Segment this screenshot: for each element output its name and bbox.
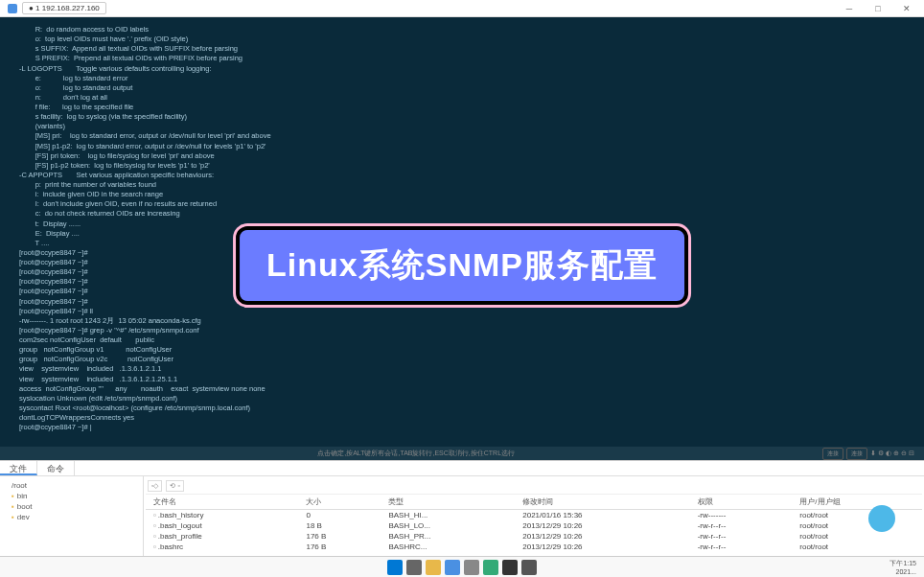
terminal-line: group notConfigGroup v2c notConfigUser xyxy=(19,355,905,364)
column-header[interactable]: 类型 xyxy=(381,495,515,510)
terminal-line: R: do random access to OID labels xyxy=(19,25,905,35)
tab-commands[interactable]: 命令 xyxy=(37,461,75,475)
terminal-line: dontLogTCPWrappersConnects yes xyxy=(19,413,905,423)
terminal-line: o: top level OIDs must have '.' prefix (… xyxy=(19,35,905,44)
terminal-line: c: do not check returned OIDs are increa… xyxy=(19,209,905,219)
terminal-line: view systemview included .1.3.6.1.2.1.25… xyxy=(19,375,905,384)
window-titlebar: ● 1 192.168.227.160 ─ □ ✕ xyxy=(0,0,924,17)
terminal-line: view systemview included .1.3.6.1.2.1.1 xyxy=(19,364,905,374)
table-row[interactable]: ▫.bash_history0BASH_HI...2021/01/16 15:3… xyxy=(146,510,922,521)
minimize-button[interactable]: ─ xyxy=(840,4,859,13)
terminal-line: [root@ccype8847 ~]# grep -v "^#" /etc/sn… xyxy=(19,326,905,335)
terminal-line: o: log to standard output xyxy=(19,83,905,93)
terminal-line: S PREFIX: Prepend all textual OIDs with … xyxy=(19,54,905,63)
task-icon[interactable] xyxy=(521,560,537,575)
folder-icon: ▪ xyxy=(12,502,14,511)
windows-taskbar[interactable]: 下午1:15 2021... xyxy=(0,556,924,577)
tree-item[interactable]: ▪ bin xyxy=(4,491,139,501)
session-tab[interactable]: ● 1 192.168.227.160 xyxy=(22,2,106,14)
task-icon[interactable] xyxy=(406,560,422,575)
terminal-line: [FS] pri token: log to file/syslog for l… xyxy=(19,151,905,161)
terminal-line: s SUFFIX: Append all textual OIDs with S… xyxy=(19,44,905,54)
column-header[interactable]: 用户/用户组 xyxy=(792,495,922,510)
file-icon: ▫ xyxy=(153,532,156,541)
terminal-line: -rw-------. 1 root root 1243 2月 13 05:02… xyxy=(19,316,905,326)
terminal-line: [MS] p1-p2: log to standard error, outpu… xyxy=(19,142,905,151)
terminal-line: [root@ccype8847 ~]# | xyxy=(19,423,905,432)
system-clock[interactable]: 下午1:15 2021... xyxy=(889,559,916,575)
terminal-line: [root@ccype8847 ~]# ll xyxy=(19,307,905,316)
column-header[interactable]: 文件名 xyxy=(146,495,298,510)
start-button[interactable] xyxy=(387,560,403,575)
terminal-line: syscontact Root <root@localhost> (config… xyxy=(19,404,905,413)
task-icon[interactable] xyxy=(502,560,518,575)
task-icon[interactable] xyxy=(464,560,479,575)
tree-item[interactable]: ▪ dev xyxy=(4,512,139,522)
panel-tabs: 文件 命令 xyxy=(0,461,924,476)
table-row[interactable]: ▫.bashrc176 BBASHRC...2013/12/29 10:26-r… xyxy=(146,542,922,552)
terminal-line: com2sec notConfigUser default public xyxy=(19,335,905,345)
close-button[interactable]: ✕ xyxy=(897,4,916,13)
task-icon[interactable] xyxy=(426,560,441,575)
terminal-line: i: include given OID in the search range xyxy=(19,190,905,199)
tree-path[interactable]: /root xyxy=(4,480,139,491)
column-header[interactable]: 修改时间 xyxy=(515,495,689,510)
status-btn-1[interactable]: 连接 xyxy=(822,448,843,460)
terminal-line: p: print the number of variables found xyxy=(19,180,905,190)
file-icon: ▫ xyxy=(153,542,156,551)
terminal-line: [MS] pri: log to standard error, output … xyxy=(19,131,905,141)
column-header[interactable]: 大小 xyxy=(298,495,381,510)
banner-text: Linux系统SNMP服务配置 xyxy=(266,243,658,288)
app-icon xyxy=(8,4,17,13)
task-icon[interactable] xyxy=(445,560,460,575)
file-table: 文件名大小类型修改时间权限用户/用户组 ▫.bash_history0BASH_… xyxy=(146,495,922,552)
table-row[interactable]: ▫.bash_logout18 BBASH_LO...2013/12/29 10… xyxy=(146,520,922,531)
status-btn-2[interactable]: 连接 xyxy=(846,448,867,460)
terminal-line: (variants) xyxy=(19,122,905,131)
file-icon: ▫ xyxy=(153,521,156,530)
status-hint: 点击确定,按ALT键所有会话,TAB旋转行,ESC取消行,按住CTRL选行 xyxy=(317,449,515,458)
terminal-line: I: don't include given OID, even if no r… xyxy=(19,199,905,209)
terminal-line: f file: log to the specified file xyxy=(19,103,905,112)
tree-item[interactable]: ▪ boot xyxy=(4,501,139,512)
terminal-line: group notConfigGroup v1 notConfigUser xyxy=(19,345,905,355)
action-button[interactable] xyxy=(868,505,895,532)
maximize-button[interactable]: □ xyxy=(868,4,888,13)
terminal-statusbar: 点击确定,按ALT键所有会话,TAB旋转行,ESC取消行,按住CTRL选行 连接… xyxy=(0,447,924,460)
terminal-line: n: don't log at all xyxy=(19,93,905,103)
tab-files[interactable]: 文件 xyxy=(0,461,37,475)
task-icon[interactable] xyxy=(483,560,498,575)
terminal-line: s facility: log to syslog (via the speci… xyxy=(19,112,905,122)
title-banner: Linux系统SNMP服务配置 xyxy=(236,226,688,305)
toolbar-btn[interactable]: ⟲ ▫ xyxy=(166,480,183,492)
file-icon: ▫ xyxy=(153,511,156,519)
terminal-line: e: log to standard error xyxy=(19,74,905,83)
status-icons: ⬇ ⚙ ◐ ⊕ ⊖ ⊟ xyxy=(870,450,914,457)
file-toolbar: ▫◇ ⟲ ▫ xyxy=(146,478,922,495)
terminal-line: -C APPOPTS Set various application speci… xyxy=(19,171,905,180)
terminal-line: [FS] p1-p2 token: log to file/syslog for… xyxy=(19,161,905,171)
folder-icon: ▪ xyxy=(12,513,14,521)
folder-icon: ▪ xyxy=(12,492,14,500)
table-row[interactable]: ▫.bash_profile176 BBASH_PR...2013/12/29 … xyxy=(146,531,922,542)
terminal-line: -L LOGOPTS Toggle various defaults contr… xyxy=(19,64,905,74)
toolbar-btn[interactable]: ▫◇ xyxy=(148,480,162,492)
column-header[interactable]: 权限 xyxy=(690,495,793,510)
terminal-line: access notConfigGroup "" any noauth exac… xyxy=(19,384,905,394)
terminal-line: syslocation Unknown (edit /etc/snmp/snmp… xyxy=(19,394,905,404)
